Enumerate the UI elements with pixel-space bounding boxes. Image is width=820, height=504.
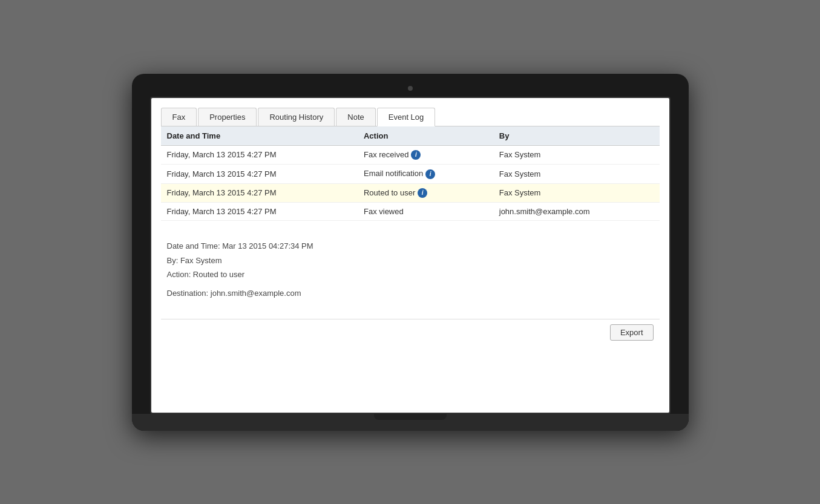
app-container: Fax Properties Routing History Note Even… bbox=[151, 98, 669, 413]
col-action: Action bbox=[358, 126, 493, 146]
detail-panel: Date and Time: Mar 13 2015 04:27:34 PM B… bbox=[161, 233, 660, 307]
cell-datetime: Friday, March 13 2015 4:27 PM bbox=[161, 203, 358, 221]
export-row: Export bbox=[161, 319, 660, 345]
table-header-row: Date and Time Action By bbox=[161, 126, 660, 146]
table-row[interactable]: Friday, March 13 2015 4:27 PMEmail notif… bbox=[161, 165, 660, 184]
event-log-table: Date and Time Action By Friday, March 13… bbox=[161, 126, 660, 221]
detail-datetime: Date and Time: Mar 13 2015 04:27:34 PM bbox=[167, 239, 654, 253]
table-row[interactable]: Friday, March 13 2015 4:27 PMFax receive… bbox=[161, 145, 660, 165]
detail-action: Action: Routed to user bbox=[167, 267, 654, 281]
col-datetime: Date and Time bbox=[161, 126, 358, 146]
tab-bar: Fax Properties Routing History Note Even… bbox=[161, 108, 660, 126]
table-row[interactable]: Friday, March 13 2015 4:27 PMFax viewedj… bbox=[161, 203, 660, 221]
tab-routing-history[interactable]: Routing History bbox=[258, 108, 335, 126]
col-by: By bbox=[493, 126, 660, 146]
cell-action: Fax receivedi bbox=[358, 145, 493, 165]
detail-by: By: Fax System bbox=[167, 254, 654, 267]
cell-by: Fax System bbox=[493, 145, 660, 165]
laptop-screen: Fax Properties Routing History Note Even… bbox=[150, 97, 671, 414]
cell-action: Routed to useri bbox=[358, 183, 493, 203]
cell-datetime: Friday, March 13 2015 4:27 PM bbox=[161, 145, 358, 165]
cell-by: Fax System bbox=[493, 183, 660, 203]
tab-note[interactable]: Note bbox=[336, 108, 375, 126]
tab-properties[interactable]: Properties bbox=[198, 108, 257, 126]
export-button[interactable]: Export bbox=[610, 324, 654, 341]
cell-action: Email notificationi bbox=[358, 165, 493, 184]
detail-destination: Destination: john.smith@example.com bbox=[167, 286, 654, 300]
info-icon[interactable]: i bbox=[418, 188, 427, 198]
camera bbox=[408, 86, 413, 91]
cell-datetime: Friday, March 13 2015 4:27 PM bbox=[161, 165, 358, 184]
cell-action: Fax viewed bbox=[358, 203, 493, 221]
cell-by: Fax System bbox=[493, 165, 660, 184]
info-icon[interactable]: i bbox=[425, 169, 435, 179]
tab-event-log[interactable]: Event Log bbox=[377, 108, 436, 126]
table-row[interactable]: Friday, March 13 2015 4:27 PMRouted to u… bbox=[161, 183, 660, 203]
laptop-frame: Fax Properties Routing History Note Even… bbox=[132, 74, 689, 431]
cell-by: john.smith@example.com bbox=[493, 203, 660, 221]
cell-datetime: Friday, March 13 2015 4:27 PM bbox=[161, 183, 358, 203]
info-icon[interactable]: i bbox=[411, 150, 421, 160]
laptop-base bbox=[132, 414, 689, 431]
laptop-notch bbox=[374, 414, 447, 420]
tab-fax[interactable]: Fax bbox=[161, 108, 197, 126]
